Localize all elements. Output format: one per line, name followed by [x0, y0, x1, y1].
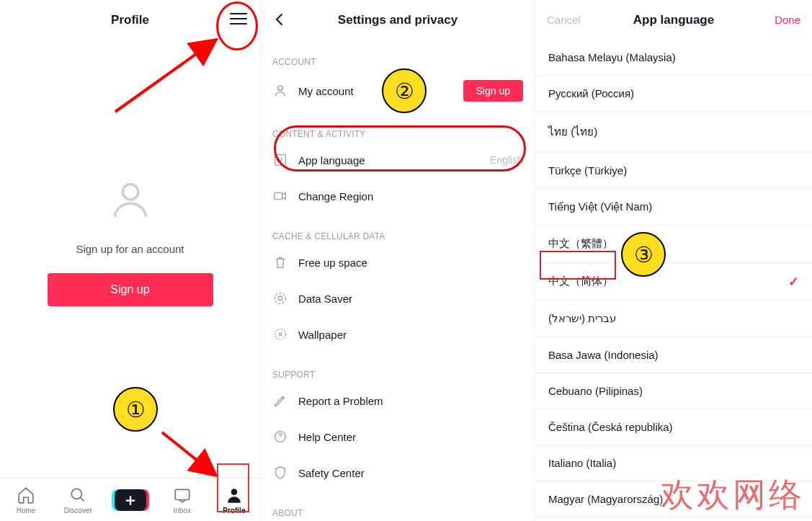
row-app-language-label: App language: [298, 154, 490, 166]
row-safety-center[interactable]: Safety Center: [261, 455, 535, 491]
signup-button-small[interactable]: Sign up: [463, 80, 523, 102]
language-icon: [272, 152, 288, 168]
signup-button[interactable]: Sign up: [48, 273, 213, 306]
row-help-center[interactable]: Help Center: [261, 419, 535, 455]
language-header: Cancel App language Done: [535, 0, 812, 40]
svg-point-4: [278, 86, 282, 90]
avatar-placeholder-icon: [107, 177, 153, 223]
language-option[interactable]: Basa Jawa (Indonesia): [535, 337, 812, 373]
done-button[interactable]: Done: [775, 14, 800, 26]
settings-screen: Settings and privacy ACCOUNT My account …: [261, 0, 535, 521]
pencil-icon: [272, 393, 288, 409]
cancel-button[interactable]: Cancel: [547, 14, 581, 26]
row-app-language-value: English: [490, 154, 523, 166]
svg-point-10: [279, 333, 282, 336]
search-icon: [68, 486, 87, 504]
svg-point-1: [72, 489, 82, 499]
settings-header: Settings and privacy: [261, 0, 535, 40]
tab-profile[interactable]: Profile: [208, 486, 260, 515]
profile-icon: [225, 486, 244, 504]
section-support-label: SUPPORT: [261, 352, 535, 383]
tab-create[interactable]: ＋: [104, 489, 156, 511]
tab-discover-label: Discover: [64, 507, 92, 515]
wallpaper-icon: [272, 326, 288, 342]
section-account-label: ACCOUNT: [261, 40, 535, 70]
language-option[interactable]: 中文（繁體）: [535, 226, 812, 263]
tab-home[interactable]: Home: [0, 486, 52, 515]
svg-point-7: [275, 293, 286, 304]
language-option[interactable]: Čeština (Česká republika): [535, 409, 812, 445]
home-icon: [17, 486, 35, 504]
row-free-up-space[interactable]: Free up space: [261, 244, 535, 280]
profile-screen: Profile Sign up for an account Sign up H…: [0, 0, 261, 521]
language-option[interactable]: Tiếng Việt (Việt Nam): [535, 189, 812, 226]
row-report-problem[interactable]: Report a Problem: [261, 383, 535, 419]
language-option[interactable]: Italiano (Italia): [535, 445, 812, 481]
svg-rect-2: [175, 489, 189, 499]
section-about-label: ABOUT: [261, 491, 535, 521]
language-option[interactable]: 中文（简体）✓: [535, 263, 812, 300]
shield-icon: [272, 465, 288, 481]
trash-icon: [272, 254, 288, 270]
language-option[interactable]: ไทย (ไทย): [535, 112, 812, 153]
row-data-saver[interactable]: Data Saver: [261, 280, 535, 316]
row-wallpaper-label: Wallpaper: [298, 329, 523, 341]
row-free-up-space-label: Free up space: [298, 257, 523, 269]
svg-rect-6: [275, 192, 282, 199]
bottom-tabbar: Home Discover ＋ Inbox Profile: [0, 478, 260, 521]
row-report-problem-label: Report a Problem: [298, 395, 523, 407]
person-icon: [272, 83, 288, 99]
svg-point-0: [122, 184, 138, 200]
data-saver-icon: [272, 290, 288, 306]
language-option[interactable]: Bahasa Melayu (Malaysia): [535, 40, 812, 76]
tab-inbox[interactable]: Inbox: [156, 486, 208, 515]
profile-header: Profile: [0, 0, 260, 40]
language-option[interactable]: Nederlands (Nederland): [535, 517, 812, 521]
language-option[interactable]: Русский (Россия): [535, 76, 812, 112]
signup-hint: Sign up for an account: [0, 243, 260, 255]
language-option[interactable]: Cebuano (Pilipinas): [535, 373, 812, 409]
back-arrow-icon[interactable]: [271, 11, 288, 28]
row-app-language[interactable]: App language English: [261, 142, 535, 178]
row-change-region[interactable]: Change Region: [261, 178, 535, 214]
checkmark-icon: ✓: [788, 274, 799, 290]
language-picker-screen: Cancel App language Done Bahasa Melayu (…: [535, 0, 812, 521]
language-option[interactable]: Magyar (Magyarország): [535, 481, 812, 517]
row-safety-center-label: Safety Center: [298, 467, 523, 479]
row-data-saver-label: Data Saver: [298, 293, 523, 305]
section-content-label: CONTENT & ACTIVITY: [261, 112, 535, 142]
tab-inbox-label: Inbox: [173, 507, 190, 515]
language-list: Bahasa Melayu (Malaysia)Русский (Россия)…: [535, 40, 812, 521]
tab-profile-label: Profile: [223, 507, 245, 515]
tab-home-label: Home: [17, 507, 36, 515]
row-my-account-label: My account: [298, 85, 463, 97]
language-title: App language: [633, 13, 714, 27]
row-help-center-label: Help Center: [298, 431, 523, 443]
language-option[interactable]: עברית (ישראל): [535, 300, 812, 337]
plus-icon: ＋: [115, 489, 146, 511]
hamburger-menu-icon[interactable]: [230, 10, 247, 27]
inbox-icon: [173, 486, 192, 504]
tab-discover[interactable]: Discover: [52, 486, 104, 515]
language-option[interactable]: Türkçe (Türkiye): [535, 153, 812, 189]
svg-point-8: [278, 296, 282, 300]
video-icon: [272, 188, 288, 204]
row-wallpaper[interactable]: Wallpaper: [261, 316, 535, 352]
row-my-account[interactable]: My account Sign up: [261, 70, 535, 112]
settings-title: Settings and privacy: [338, 13, 458, 27]
svg-point-3: [231, 489, 238, 495]
svg-point-9: [275, 329, 286, 340]
row-change-region-label: Change Region: [298, 190, 523, 202]
profile-title: Profile: [111, 13, 149, 27]
question-icon: [272, 429, 288, 445]
section-cache-label: CACHE & CELLULAR DATA: [261, 214, 535, 244]
